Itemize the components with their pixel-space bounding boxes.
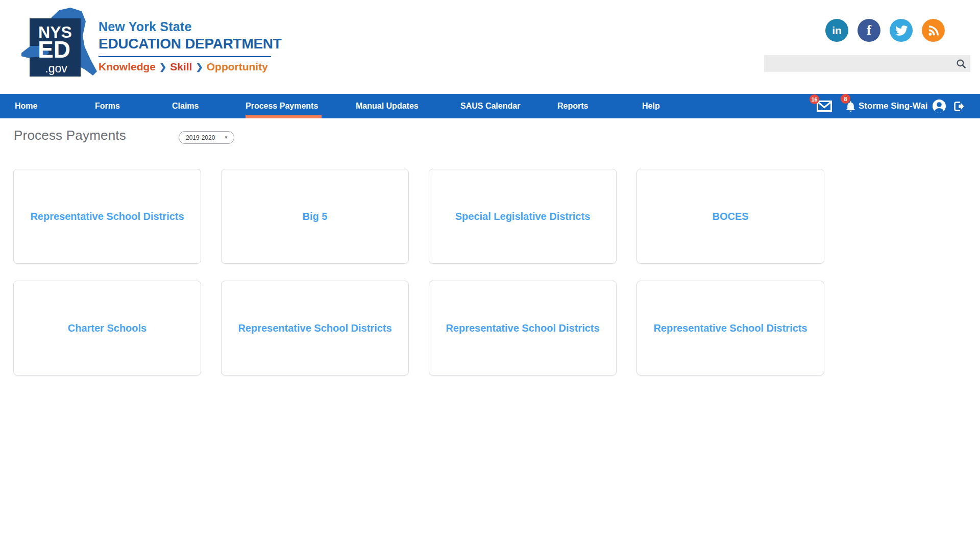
- linkedin-icon[interactable]: in: [825, 19, 848, 42]
- logout-icon: [952, 100, 965, 113]
- brand-divider: [99, 56, 271, 57]
- brand-title: New York State: [99, 19, 282, 34]
- nav-item-claims[interactable]: Claims: [172, 94, 199, 118]
- search-icon: [955, 58, 967, 69]
- page: NYS ED .gov New York State EDUCATION DEP…: [0, 0, 980, 551]
- card-representative-school-districts-4[interactable]: Representative School Districts: [636, 281, 824, 375]
- card-representative-school-districts-1[interactable]: Representative School Districts: [13, 169, 201, 264]
- card-label: Representative School Districts: [436, 322, 608, 335]
- rss-icon[interactable]: [922, 19, 945, 42]
- brand-block: New York State EDUCATION DEPARTMENT Know…: [99, 19, 282, 73]
- facebook-icon[interactable]: f: [857, 19, 880, 42]
- card-boces[interactable]: BOCES: [636, 169, 824, 264]
- tagline-chevron-icon: ❯: [192, 62, 206, 72]
- search-button[interactable]: [952, 55, 970, 72]
- logout-button[interactable]: [952, 100, 965, 113]
- facebook-glyph: f: [867, 22, 871, 38]
- nysed-logo-icon: NYS ED .gov: [19, 4, 99, 82]
- category-card-grid: Representative School Districts Big 5 Sp…: [13, 169, 845, 375]
- card-label: BOCES: [703, 210, 757, 223]
- mail-count-badge: 16: [810, 94, 819, 104]
- year-dropdown[interactable]: 2019-2020 ▼: [179, 131, 234, 144]
- tagline-chevron-icon: ❯: [156, 62, 170, 72]
- nav-item-saus-calendar[interactable]: SAUS Calendar: [460, 94, 520, 118]
- linkedin-glyph: in: [832, 24, 842, 37]
- twitter-icon[interactable]: [890, 19, 913, 42]
- year-dropdown-value: 2019-2020: [186, 134, 215, 141]
- card-label: Representative School Districts: [21, 210, 193, 223]
- account-button[interactable]: [932, 99, 946, 113]
- tagline-opportunity: Opportunity: [207, 61, 268, 72]
- nav-item-manual-updates[interactable]: Manual Updates: [356, 94, 419, 118]
- card-representative-school-districts-2[interactable]: Representative School Districts: [221, 281, 409, 375]
- card-special-legislative-districts[interactable]: Special Legislative Districts: [429, 169, 617, 264]
- brand-subtitle: EDUCATION DEPARTMENT: [99, 36, 282, 52]
- logo-text-gov: .gov: [45, 62, 67, 75]
- nav-item-help[interactable]: Help: [642, 94, 660, 118]
- card-label: Charter Schools: [59, 322, 156, 335]
- nav-item-process-payments[interactable]: Process Payments: [246, 94, 318, 118]
- logo-text-ed: ED: [38, 36, 70, 63]
- tagline-knowledge: Knowledge: [99, 61, 156, 72]
- nav-item-reports[interactable]: Reports: [557, 94, 588, 118]
- search-input[interactable]: [764, 55, 952, 72]
- chevron-down-icon: ▼: [224, 135, 228, 140]
- nav-item-home[interactable]: Home: [15, 94, 37, 118]
- search-bar: [764, 55, 970, 72]
- account-circle-icon: [932, 99, 946, 113]
- user-name[interactable]: Storme Sing-Wai: [859, 94, 927, 118]
- card-label: Representative School Districts: [229, 322, 401, 335]
- tagline-skill: Skill: [170, 61, 192, 72]
- twitter-bird-icon: [895, 24, 908, 37]
- card-label: Big 5: [293, 210, 337, 223]
- card-label: Representative School Districts: [644, 322, 816, 335]
- main-navbar: Home Forms Claims Process Payments Manua…: [0, 94, 980, 118]
- rss-waves-icon: [927, 24, 940, 37]
- card-label: Special Legislative Districts: [446, 210, 600, 223]
- card-big-5[interactable]: Big 5: [221, 169, 409, 264]
- messages-button[interactable]: [817, 101, 832, 112]
- page-title: Process Payments: [14, 128, 126, 143]
- nav-item-forms[interactable]: Forms: [95, 94, 120, 118]
- card-representative-school-districts-3[interactable]: Representative School Districts: [429, 281, 617, 375]
- header: NYS ED .gov New York State EDUCATION DEP…: [0, 0, 980, 94]
- notification-count-badge: 8: [841, 94, 850, 104]
- brand-tagline: Knowledge❯Skill❯Opportunity: [99, 61, 282, 73]
- card-charter-schools[interactable]: Charter Schools: [13, 281, 201, 375]
- nysed-logo[interactable]: NYS ED .gov: [19, 4, 99, 82]
- envelope-icon: [817, 101, 832, 112]
- social-links: in f: [825, 19, 945, 42]
